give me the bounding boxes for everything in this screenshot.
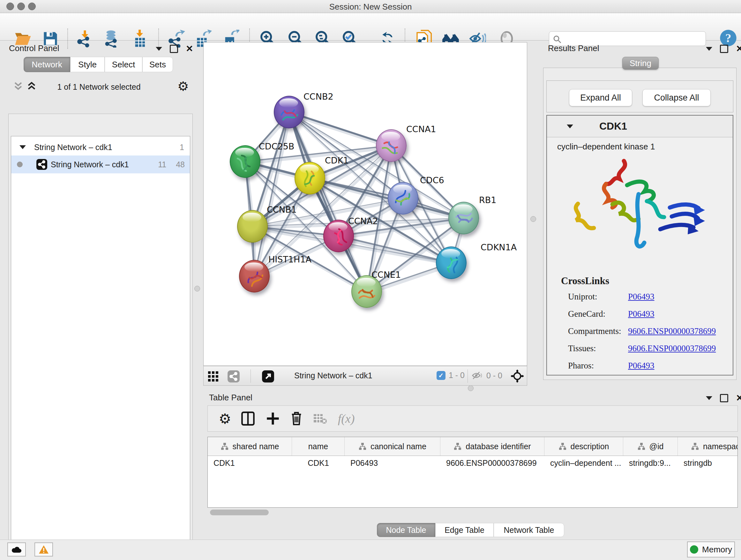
table-panel-title: Table Panel	[209, 393, 253, 402]
column-header-name[interactable]: name	[292, 437, 345, 455]
tab-network[interactable]: Network	[23, 57, 70, 72]
crosslink-label: GeneCard:	[568, 309, 628, 319]
warnings-button[interactable]	[35, 543, 53, 557]
network-collection-row[interactable]: String Network – cdk1 1	[11, 139, 190, 155]
control-panel-float-icon[interactable]	[156, 47, 162, 51]
network-node-cdc25b[interactable]	[230, 145, 260, 178]
tab-select[interactable]: Select	[105, 57, 142, 72]
collection-collapse-icon[interactable]	[19, 145, 26, 149]
node-label-cdc25b: CDC25B	[259, 141, 294, 151]
results-panel-close-icon[interactable]: ✕	[736, 46, 741, 52]
cell-database-identifier[interactable]: 9606.ENSP00000378699	[441, 455, 544, 470]
string-network-icon	[36, 159, 48, 170]
protein-structure-image	[564, 156, 705, 259]
cell-namespace[interactable]: stringdb	[678, 455, 738, 470]
node-label-ccna1: CCNA1	[406, 124, 436, 134]
add-column-icon[interactable]	[265, 410, 281, 427]
hidden-counts: 0 - 0	[486, 371, 502, 380]
column-header-shared-name[interactable]: shared name	[208, 437, 292, 455]
tab-network-table[interactable]: Network Table	[494, 523, 564, 537]
crosslink-value-link[interactable]: P06493	[628, 292, 655, 302]
tab-style[interactable]: Style	[70, 57, 105, 72]
cell-description[interactable]: cyclin–dependent ...	[544, 455, 623, 470]
table-horizontal-scrollbar[interactable]	[210, 509, 269, 515]
network-node-ccnb1[interactable]	[237, 210, 268, 243]
column-header-namespace[interactable]: namespace	[678, 437, 738, 455]
network-node-hist1h1a[interactable]	[239, 260, 270, 293]
control-panel-tabs: NetworkStyleSelectSets	[23, 57, 173, 72]
column-header-label: namespace	[703, 442, 738, 451]
crosslink-label: Pharos:	[568, 361, 628, 371]
cell-shared-name[interactable]: CDK1	[208, 455, 292, 470]
network-options-gear-icon[interactable]: ⚙	[178, 80, 189, 92]
left-splitter-handle[interactable]	[194, 286, 200, 292]
edge-CCNB2-CCNA1[interactable]	[289, 112, 391, 145]
grid-view-icon[interactable]	[207, 371, 219, 383]
network-node-count: 11	[158, 160, 166, 169]
control-panel-close-icon[interactable]: ✕	[186, 46, 193, 52]
column-header-label: description	[570, 442, 609, 451]
column-header--id[interactable]: @id	[623, 437, 678, 455]
node-structure-glyph	[326, 224, 352, 250]
cell-canonical-name[interactable]: P06493	[345, 455, 441, 470]
namespace-tree-icon	[220, 442, 229, 450]
network-node-ccna1[interactable]	[376, 129, 407, 162]
tab-edge-table[interactable]: Edge Table	[435, 523, 494, 537]
cloud-button[interactable]	[7, 543, 26, 557]
network-node-cdk1[interactable]	[294, 162, 325, 194]
protein-description: cyclin–dependent kinase 1	[557, 142, 655, 152]
network-node-cdc6[interactable]	[388, 182, 418, 214]
collapse-all-button[interactable]: Collapse All	[643, 89, 711, 106]
namespace-tree-icon	[558, 442, 567, 450]
crosslink-value-link[interactable]: P06493	[628, 361, 655, 371]
protein-collapse-icon[interactable]	[567, 125, 573, 128]
crosslink-value-link[interactable]: 9606.ENSP00000378699	[628, 326, 716, 336]
memory-button[interactable]: Memory	[687, 542, 735, 557]
column-header-description[interactable]: description	[544, 437, 623, 455]
show-columns-icon[interactable]	[240, 410, 256, 427]
fit-crosshair-icon[interactable]	[511, 369, 524, 384]
network-label: String Network – cdk1	[51, 160, 129, 169]
network-view-title: String Network – cdk1	[294, 371, 373, 380]
table-header-row: shared namenamecanonical namedatabase id…	[208, 437, 738, 456]
table-panel-float-icon[interactable]	[706, 396, 712, 400]
collapse-all-networks-icon[interactable]	[26, 80, 37, 92]
column-header-canonical-name[interactable]: canonical name	[345, 437, 441, 455]
column-header-label: canonical name	[370, 442, 426, 451]
toolbar-separator	[251, 369, 251, 383]
tab-string[interactable]: String	[622, 57, 659, 70]
network-node-cdkn1a[interactable]	[436, 246, 467, 279]
tab-sets[interactable]: Sets	[142, 57, 173, 72]
expand-all-networks-icon[interactable]	[13, 80, 23, 92]
delete-column-icon[interactable]	[288, 410, 305, 427]
tab-node-table[interactable]: Node Table	[377, 523, 435, 537]
crosslink-row: Pharos:P06493	[568, 361, 728, 371]
column-header-database-identifier[interactable]: database identifier	[441, 437, 544, 455]
results-panel-maximize-icon[interactable]	[720, 45, 728, 53]
network-node-ccnb2[interactable]	[274, 96, 305, 128]
protein-section-header[interactable]: CDK1	[547, 116, 733, 137]
network-canvas[interactable]: CCNB2CCNA1CDC25BCDK1CDC6RB1CCNB1CCNA2CDK…	[203, 42, 527, 366]
node-label-ccnb2: CCNB2	[304, 91, 333, 102]
control-panel-maximize-icon[interactable]	[170, 45, 178, 53]
crosslink-value-link[interactable]: 9606.ENSP00000378699	[628, 344, 716, 354]
crosslink-value-link[interactable]: P06493	[628, 309, 655, 319]
selected-checkbox-icon[interactable]: ✓	[436, 371, 446, 380]
network-node-ccne1[interactable]	[351, 275, 382, 308]
node-label-cdk1: CDK1	[325, 155, 349, 165]
cell-name[interactable]: CDK1	[292, 455, 345, 470]
expand-all-button[interactable]: Expand All	[569, 89, 632, 106]
results-panel-float-icon[interactable]	[706, 47, 712, 51]
table-panel-close-icon[interactable]: ✕	[736, 395, 741, 401]
table-panel-maximize-icon[interactable]	[720, 394, 728, 402]
right-splitter-handle[interactable]	[530, 216, 536, 222]
protein-name: CDK1	[599, 120, 627, 132]
cell--id[interactable]: stringdb:9...	[623, 455, 678, 470]
table-row[interactable]: CDK1CDK1P064939606.ENSP00000378699cyclin…	[208, 455, 738, 470]
network-node-rb1[interactable]	[448, 202, 479, 234]
collection-label: String Network – cdk1	[34, 143, 112, 152]
table-settings-gear-icon[interactable]: ⚙	[217, 410, 233, 427]
network-row[interactable]: String Network – cdk1 11 48	[11, 155, 190, 173]
open-in-window-icon[interactable]	[262, 370, 274, 384]
network-share-view-icon[interactable]	[227, 370, 240, 384]
